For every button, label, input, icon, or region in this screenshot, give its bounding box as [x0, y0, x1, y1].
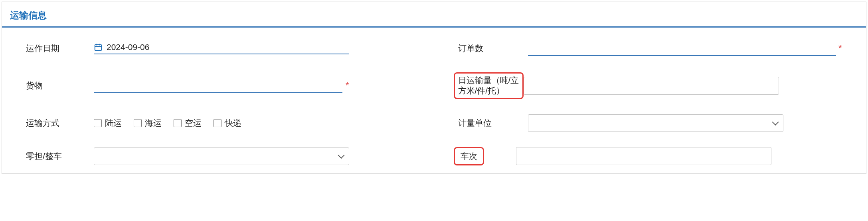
transport-mode-label: 运输方式 [26, 117, 94, 129]
trips-input[interactable] [516, 147, 771, 165]
unit-label: 计量单位 [458, 117, 528, 129]
transport-mode-air-checkbox[interactable] [174, 119, 182, 127]
transport-mode-sea[interactable]: 海运 [134, 117, 162, 129]
row-transport-mode: 运输方式 陆运 海运 空运 [26, 114, 410, 132]
ltl-ftl-select[interactable] [94, 147, 349, 165]
daily-volume-input[interactable] [524, 77, 779, 95]
row-trips: 车次 [458, 147, 842, 165]
row-operation-date: 运作日期 2024-09-06 [26, 40, 410, 57]
cargo-input[interactable] [94, 78, 342, 93]
transport-mode-air-label: 空运 [185, 117, 202, 129]
row-ltl-ftl: 零担/整车 [26, 147, 410, 165]
svg-rect-0 [95, 45, 102, 51]
required-star: * [346, 80, 349, 91]
cargo-label: 货物 [26, 80, 94, 91]
transport-mode-land[interactable]: 陆运 [94, 117, 122, 129]
transport-mode-land-label: 陆运 [105, 117, 122, 129]
trips-label: 车次 [454, 147, 484, 165]
transport-mode-group: 陆运 海运 空运 快递 [94, 117, 241, 129]
row-order-count: 订单数 * [458, 40, 842, 57]
transport-info-panel: 运输信息 运作日期 2024-09-06 [2, 2, 866, 174]
required-star: * [838, 43, 842, 54]
ltl-ftl-label: 零担/整车 [26, 151, 94, 162]
unit-select[interactable] [528, 114, 783, 132]
operation-date-label: 运作日期 [26, 43, 94, 54]
transport-mode-land-checkbox[interactable] [94, 119, 102, 127]
transport-mode-air[interactable]: 空运 [174, 117, 202, 129]
row-daily-volume: 日运输量（吨/立方米/件/托） [458, 72, 842, 99]
order-count-label: 订单数 [458, 43, 528, 54]
transport-mode-sea-label: 海运 [145, 117, 162, 129]
row-cargo: 货物 * [26, 72, 410, 99]
calendar-icon [94, 43, 103, 52]
order-count-input[interactable] [528, 41, 836, 56]
operation-date-field[interactable]: 2024-09-06 [94, 42, 349, 54]
transport-mode-sea-checkbox[interactable] [134, 119, 142, 127]
transport-mode-express-label: 快递 [225, 117, 241, 129]
operation-date-value: 2024-09-06 [107, 42, 149, 52]
transport-mode-express-checkbox[interactable] [214, 119, 221, 127]
form-grid: 运作日期 2024-09-06 订单数 [2, 28, 866, 165]
daily-volume-label: 日运输量（吨/立方米/件/托） [454, 72, 524, 99]
row-unit: 计量单位 [458, 114, 842, 132]
section-title: 运输信息 [2, 2, 866, 28]
transport-mode-express[interactable]: 快递 [214, 117, 241, 129]
